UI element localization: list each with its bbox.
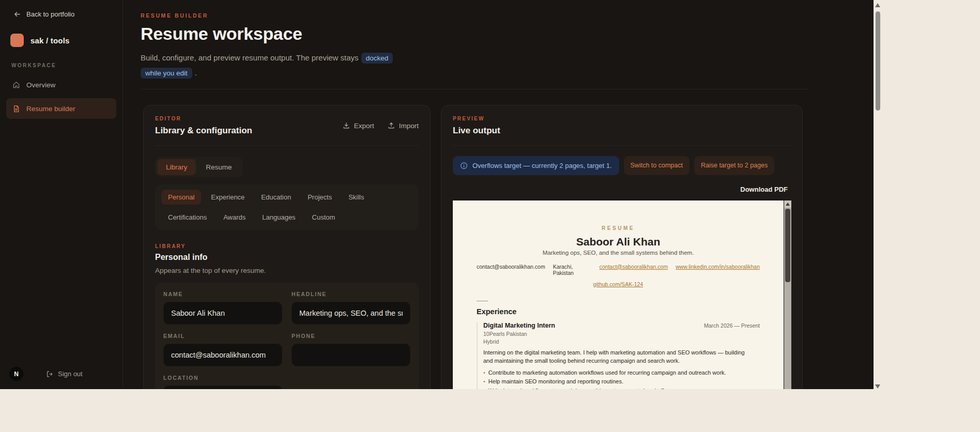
contact-link[interactable]: contact@sabooralikhan.com [600,264,668,276]
resume-section-title: Experience [477,307,760,316]
tab-resume[interactable]: Resume [197,159,240,175]
export-icon [343,122,350,129]
back-to-portfolio-link[interactable]: Back to portfolio [6,10,116,18]
contact-link[interactable]: www.linkedin.com/in/sabooralikhan [676,264,760,276]
resume-preview-area: RESUME Saboor Ali Khan Marketing ops, SE… [453,200,791,389]
sidebar-footer: N Sign out [9,367,86,381]
name-input[interactable] [163,302,282,325]
workspace-row: EDITOR Library & configuration Export Im… [141,105,874,389]
workspace-section-label: WORKSPACE [6,63,116,68]
resume-section-divider [477,301,488,301]
resume-contact-line-2: github.com/SAK-124 [477,281,760,287]
contact-link[interactable]: github.com/SAK-124 [593,281,643,287]
export-button[interactable]: Export [343,122,374,130]
editor-divider [155,145,419,146]
preview-scroll-up-icon[interactable] [784,200,791,208]
scroll-down-icon[interactable] [875,384,880,389]
section-tab-projects[interactable]: Projects [301,190,339,205]
scroll-up-icon[interactable] [875,3,880,7]
field-phone: PHONE [292,333,410,366]
page-description: Build, configure, and preview resume out… [141,50,430,81]
resume-eyebrow: RESUME [477,225,760,231]
window-scrollbar[interactable] [874,0,882,394]
location-input[interactable] [163,385,282,389]
description-pill-while-you-edit: while you edit [141,68,192,79]
field-label-phone: PHONE [292,333,410,339]
field-label-name: NAME [163,291,282,297]
desktop-background: Back to portfolio sak / tools WORKSPACE … [0,0,980,432]
download-pdf-button[interactable]: Download PDF [737,185,791,194]
section-tab-personal[interactable]: Personal [161,190,201,205]
entry-company: 10Pearls Pakistan [483,331,760,337]
sidebar: Back to portfolio sak / tools WORKSPACE … [0,0,123,389]
headline-input[interactable] [292,302,410,325]
library-section-description: Appears at the top of every resume. [155,267,419,274]
experience-entry: Digital Marketing InternMarch 2026 — Pre… [477,322,760,389]
brand-logo [10,34,24,47]
header-divider [141,89,809,89]
import-icon [388,122,395,129]
contact-text: contact@sabooralikhan.com [477,264,545,276]
editor-panel: EDITOR Library & configuration Export Im… [143,105,431,389]
section-tab-certifications[interactable]: Certifications [161,210,213,225]
preview-scrollbar-thumb[interactable] [785,209,790,282]
preview-scrollbar[interactable] [784,200,791,389]
section-tab-awards[interactable]: Awards [217,210,252,225]
field-label-headline: HEADLINE [292,291,410,297]
email-input[interactable] [163,344,282,366]
sidebar-item-label: Overview [26,81,55,89]
import-label: Import [399,122,419,130]
experience-entries: Digital Marketing InternMarch 2026 — Pre… [477,322,760,389]
tab-library[interactable]: Library [157,159,196,175]
sidebar-item-label: Resume builder [26,105,75,113]
section-tab-languages[interactable]: Languages [255,210,302,225]
entry-bullet: •Help maintain SEO monitoring and report… [483,377,760,387]
section-tab-custom[interactable]: Custom [305,210,342,225]
preview-divider [453,145,791,146]
home-icon [12,81,20,89]
bullet-dot: • [483,387,485,389]
import-button[interactable]: Import [388,122,419,130]
export-label: Export [354,122,374,130]
avatar[interactable]: N [9,367,23,381]
preview-eyebrow: PREVIEW [453,116,500,121]
sign-out-icon [46,371,53,378]
document-icon [12,105,20,113]
bullet-text: Contribute to marketing automation workf… [488,368,726,378]
section-tab-skills[interactable]: Skills [342,190,371,205]
entry-description: Interning on the digital marketing team.… [483,349,752,365]
personal-info-form: NAMEHEADLINEEMAILPHONELOCATION [155,283,419,389]
entry-meta: Hybrid [483,338,760,345]
entry-header-row: Digital Marketing InternMarch 2026 — Pre… [483,322,760,329]
editor-eyebrow: EDITOR [155,116,252,121]
bullet-dot: • [483,368,485,378]
sign-out-button[interactable]: Sign out [43,369,86,378]
sidebar-item-overview[interactable]: Overview [6,74,116,95]
description-text: Build, configure, and preview resume out… [141,53,359,62]
preview-toolbar: Overflows target — currently 2 pages, ta… [453,156,791,175]
page-title: Resume workspace [141,24,874,44]
window-scrollbar-thumb[interactable] [876,11,880,111]
entry-bullet: •Contribute to marketing automation work… [483,368,760,378]
raise-target-button[interactable]: Raise target to 2 pages [694,156,774,175]
description-suffix: . [195,68,197,77]
resume-page: RESUME Saboor Ali Khan Marketing ops, SE… [453,200,784,389]
section-tab-experience[interactable]: Experience [204,190,251,205]
contact-text: Karachi, Pakistan [553,264,592,276]
preview-panel-header: PREVIEW Live output [453,116,791,136]
back-label: Back to portfolio [26,10,74,18]
sidebar-item-resume-builder[interactable]: Resume builder [6,98,116,119]
field-email: EMAIL [163,333,282,366]
library-section-title: Personal info [155,253,419,262]
switch-to-compact-button[interactable]: Switch to compact [624,156,690,175]
preview-panel: PREVIEW Live output Overflows target — c… [441,105,803,389]
mode-tabs: LibraryResume [155,157,243,177]
warning-text: Overflows target — currently 2 pages, ta… [472,162,612,169]
field-location: LOCATION [163,375,282,389]
library-eyebrow: LIBRARY [155,243,419,249]
phone-input[interactable] [292,344,410,366]
section-tab-education[interactable]: Education [254,190,298,205]
entry-dates: March 2026 — Present [704,322,760,329]
editor-actions: Export Import [343,122,419,130]
back-arrow-icon [13,10,21,18]
